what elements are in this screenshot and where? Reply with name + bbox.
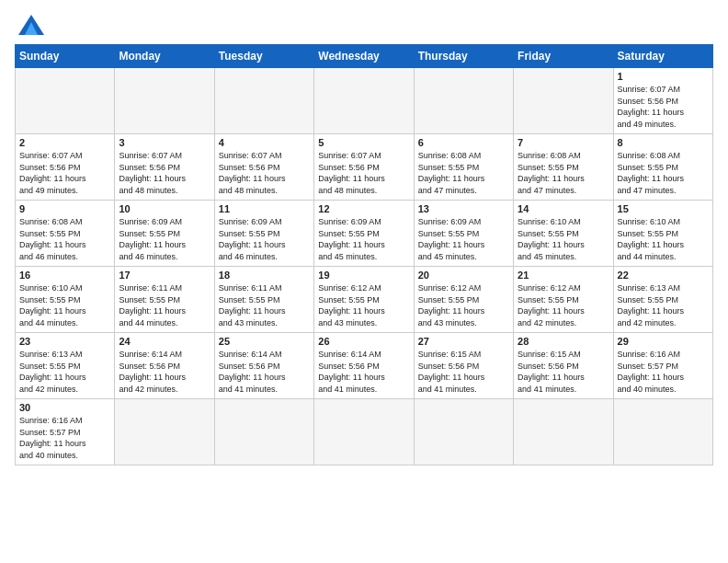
- calendar-cell: 17Sunrise: 6:11 AM Sunset: 5:55 PM Dayli…: [115, 267, 214, 333]
- day-number: 12: [318, 203, 409, 214]
- calendar-cell: [115, 399, 214, 465]
- calendar-cell: 19Sunrise: 6:12 AM Sunset: 5:55 PM Dayli…: [314, 267, 414, 333]
- calendar-cell: [414, 399, 513, 465]
- day-info: Sunrise: 6:07 AM Sunset: 5:56 PM Dayligh…: [219, 150, 310, 196]
- day-info: Sunrise: 6:14 AM Sunset: 5:56 PM Dayligh…: [219, 349, 310, 395]
- day-info: Sunrise: 6:12 AM Sunset: 5:55 PM Dayligh…: [418, 282, 509, 328]
- day-info: Sunrise: 6:14 AM Sunset: 5:56 PM Dayligh…: [119, 349, 210, 395]
- logo-icon: [18, 15, 44, 35]
- day-number: 30: [19, 402, 110, 413]
- calendar-cell: 2Sunrise: 6:07 AM Sunset: 5:56 PM Daylig…: [16, 134, 115, 201]
- calendar-cell: 29Sunrise: 6:16 AM Sunset: 5:57 PM Dayli…: [613, 333, 712, 399]
- calendar-week-row: 16Sunrise: 6:10 AM Sunset: 5:55 PM Dayli…: [16, 267, 713, 333]
- day-info: Sunrise: 6:12 AM Sunset: 5:55 PM Dayligh…: [518, 282, 609, 328]
- day-number: 7: [518, 137, 609, 148]
- day-number: 19: [318, 270, 409, 281]
- day-info: Sunrise: 6:16 AM Sunset: 5:57 PM Dayligh…: [19, 415, 110, 461]
- calendar-cell: 5Sunrise: 6:07 AM Sunset: 5:56 PM Daylig…: [314, 134, 414, 201]
- calendar-cell: [314, 399, 414, 465]
- calendar-day-header: Tuesday: [214, 45, 313, 68]
- day-number: 18: [219, 270, 310, 281]
- calendar-cell: 14Sunrise: 6:10 AM Sunset: 5:55 PM Dayli…: [514, 201, 613, 267]
- day-number: 15: [618, 203, 709, 214]
- calendar-week-row: 9Sunrise: 6:08 AM Sunset: 5:55 PM Daylig…: [16, 201, 713, 267]
- day-info: Sunrise: 6:10 AM Sunset: 5:55 PM Dayligh…: [19, 282, 110, 328]
- day-info: Sunrise: 6:16 AM Sunset: 5:57 PM Dayligh…: [618, 349, 709, 395]
- calendar-cell: [314, 68, 414, 134]
- day-number: 3: [119, 137, 210, 148]
- day-number: 26: [318, 336, 409, 347]
- calendar-cell: [214, 399, 313, 465]
- calendar-week-row: 1Sunrise: 6:07 AM Sunset: 5:56 PM Daylig…: [16, 68, 713, 134]
- calendar-cell: [514, 399, 613, 465]
- calendar-cell: [414, 68, 513, 134]
- calendar: SundayMondayTuesdayWednesdayThursdayFrid…: [15, 44, 713, 465]
- day-info: Sunrise: 6:08 AM Sunset: 5:55 PM Dayligh…: [19, 216, 110, 262]
- day-info: Sunrise: 6:07 AM Sunset: 5:56 PM Dayligh…: [119, 150, 210, 196]
- day-number: 11: [219, 203, 310, 214]
- calendar-cell: 26Sunrise: 6:14 AM Sunset: 5:56 PM Dayli…: [314, 333, 414, 399]
- header: [15, 15, 713, 35]
- day-info: Sunrise: 6:08 AM Sunset: 5:55 PM Dayligh…: [618, 150, 709, 196]
- day-info: Sunrise: 6:10 AM Sunset: 5:55 PM Dayligh…: [518, 216, 609, 262]
- calendar-cell: 20Sunrise: 6:12 AM Sunset: 5:55 PM Dayli…: [414, 267, 513, 333]
- calendar-cell: 27Sunrise: 6:15 AM Sunset: 5:56 PM Dayli…: [414, 333, 513, 399]
- calendar-cell: 6Sunrise: 6:08 AM Sunset: 5:55 PM Daylig…: [414, 134, 513, 201]
- day-info: Sunrise: 6:07 AM Sunset: 5:56 PM Dayligh…: [19, 150, 110, 196]
- day-info: Sunrise: 6:07 AM Sunset: 5:56 PM Dayligh…: [618, 84, 709, 130]
- calendar-cell: 3Sunrise: 6:07 AM Sunset: 5:56 PM Daylig…: [115, 134, 214, 201]
- day-info: Sunrise: 6:09 AM Sunset: 5:55 PM Dayligh…: [318, 216, 409, 262]
- day-number: 4: [219, 137, 310, 148]
- page: SundayMondayTuesdayWednesdayThursdayFrid…: [0, 0, 728, 475]
- calendar-cell: 30Sunrise: 6:16 AM Sunset: 5:57 PM Dayli…: [16, 399, 115, 465]
- calendar-day-header: Sunday: [16, 45, 115, 68]
- day-number: 16: [19, 270, 110, 281]
- calendar-cell: 11Sunrise: 6:09 AM Sunset: 5:55 PM Dayli…: [214, 201, 313, 267]
- day-number: 1: [618, 71, 709, 82]
- day-info: Sunrise: 6:08 AM Sunset: 5:55 PM Dayligh…: [418, 150, 509, 196]
- day-number: 27: [418, 336, 509, 347]
- day-number: 8: [618, 137, 709, 148]
- calendar-cell: [115, 68, 214, 134]
- calendar-cell: [613, 399, 712, 465]
- day-number: 23: [19, 336, 110, 347]
- day-info: Sunrise: 6:09 AM Sunset: 5:55 PM Dayligh…: [219, 216, 310, 262]
- day-number: 20: [418, 270, 509, 281]
- day-info: Sunrise: 6:07 AM Sunset: 5:56 PM Dayligh…: [318, 150, 409, 196]
- day-number: 2: [19, 137, 110, 148]
- calendar-cell: 10Sunrise: 6:09 AM Sunset: 5:55 PM Dayli…: [115, 201, 214, 267]
- calendar-cell: 24Sunrise: 6:14 AM Sunset: 5:56 PM Dayli…: [115, 333, 214, 399]
- calendar-cell: 28Sunrise: 6:15 AM Sunset: 5:56 PM Dayli…: [514, 333, 613, 399]
- day-info: Sunrise: 6:09 AM Sunset: 5:55 PM Dayligh…: [418, 216, 509, 262]
- logo: [15, 15, 44, 35]
- day-number: 5: [318, 137, 409, 148]
- day-info: Sunrise: 6:12 AM Sunset: 5:55 PM Dayligh…: [318, 282, 409, 328]
- day-number: 9: [19, 203, 110, 214]
- calendar-cell: 9Sunrise: 6:08 AM Sunset: 5:55 PM Daylig…: [16, 201, 115, 267]
- calendar-cell: 13Sunrise: 6:09 AM Sunset: 5:55 PM Dayli…: [414, 201, 513, 267]
- calendar-cell: 1Sunrise: 6:07 AM Sunset: 5:56 PM Daylig…: [613, 68, 712, 134]
- day-number: 13: [418, 203, 509, 214]
- day-info: Sunrise: 6:13 AM Sunset: 5:55 PM Dayligh…: [618, 282, 709, 328]
- calendar-week-row: 30Sunrise: 6:16 AM Sunset: 5:57 PM Dayli…: [16, 399, 713, 465]
- day-info: Sunrise: 6:15 AM Sunset: 5:56 PM Dayligh…: [418, 349, 509, 395]
- calendar-week-row: 2Sunrise: 6:07 AM Sunset: 5:56 PM Daylig…: [16, 134, 713, 201]
- day-number: 21: [518, 270, 609, 281]
- day-number: 14: [518, 203, 609, 214]
- day-info: Sunrise: 6:14 AM Sunset: 5:56 PM Dayligh…: [318, 349, 409, 395]
- day-number: 22: [618, 270, 709, 281]
- calendar-cell: 25Sunrise: 6:14 AM Sunset: 5:56 PM Dayli…: [214, 333, 313, 399]
- day-info: Sunrise: 6:13 AM Sunset: 5:55 PM Dayligh…: [19, 349, 110, 395]
- calendar-cell: [16, 68, 115, 134]
- calendar-day-header: Saturday: [613, 45, 712, 68]
- day-number: 24: [119, 336, 210, 347]
- day-number: 29: [618, 336, 709, 347]
- day-info: Sunrise: 6:11 AM Sunset: 5:55 PM Dayligh…: [219, 282, 310, 328]
- day-number: 28: [518, 336, 609, 347]
- calendar-cell: 4Sunrise: 6:07 AM Sunset: 5:56 PM Daylig…: [214, 134, 313, 201]
- day-number: 6: [418, 137, 509, 148]
- day-info: Sunrise: 6:15 AM Sunset: 5:56 PM Dayligh…: [518, 349, 609, 395]
- calendar-cell: 21Sunrise: 6:12 AM Sunset: 5:55 PM Dayli…: [514, 267, 613, 333]
- calendar-cell: 15Sunrise: 6:10 AM Sunset: 5:55 PM Dayli…: [613, 201, 712, 267]
- day-number: 17: [119, 270, 210, 281]
